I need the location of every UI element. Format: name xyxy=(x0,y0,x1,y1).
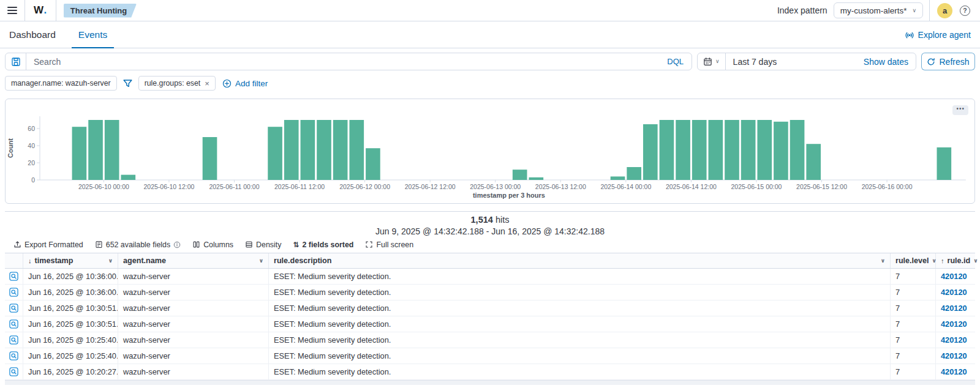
histogram-bar[interactable] xyxy=(301,120,315,180)
saved-query-icon[interactable] xyxy=(6,53,26,70)
chevron-down-icon[interactable]: ∨ xyxy=(259,258,263,264)
breadcrumb[interactable]: Threat Hunting xyxy=(64,4,137,18)
query-language-button[interactable]: DQL xyxy=(659,57,692,66)
expand-document-icon[interactable] xyxy=(9,335,18,345)
index-pattern-label: Index pattern xyxy=(777,6,827,15)
histogram-bar[interactable] xyxy=(284,120,299,180)
expand-document-icon[interactable] xyxy=(9,367,18,376)
histogram-bar[interactable] xyxy=(774,122,788,180)
histogram-bar[interactable] xyxy=(105,120,119,180)
full-screen-button[interactable]: Full screen xyxy=(365,241,413,249)
cell-rule-description: ESET: Medium severity detection. xyxy=(269,269,891,284)
expand-document-icon[interactable] xyxy=(9,272,18,281)
time-range-value[interactable]: Last 7 days xyxy=(726,57,856,67)
histogram-bar[interactable] xyxy=(333,120,348,180)
fields-sorted-button[interactable]: ⇅ 2 fields sorted xyxy=(293,241,353,249)
export-formatted-button[interactable]: Export Formatted xyxy=(13,241,83,249)
hits-count: 1,514 hits xyxy=(5,212,975,225)
histogram-bar[interactable] xyxy=(709,120,723,180)
columns-button[interactable]: Columns xyxy=(192,241,233,249)
table-row: Jun 16, 2025 @ 10:25:40.9...wazuh-server… xyxy=(5,332,975,348)
filter-pill-manager-name[interactable]: manager.name: wazuh-server xyxy=(5,76,117,91)
cell-rule-id: 420120 xyxy=(936,285,975,300)
histogram-bar[interactable] xyxy=(529,177,544,180)
chevron-down-icon[interactable]: ∨ xyxy=(108,258,113,264)
columns-label: Columns xyxy=(203,241,233,249)
cell-rule-description: ESET: Medium severity detection. xyxy=(269,300,891,316)
expand-document-icon[interactable] xyxy=(9,351,18,360)
rule-id-link[interactable]: 420120 xyxy=(941,319,967,329)
histogram-bar[interactable] xyxy=(317,120,331,180)
add-filter-button[interactable]: Add filter xyxy=(222,79,268,88)
chevron-down-icon[interactable]: ∨ xyxy=(973,258,978,264)
filter-pill-rule-groups[interactable]: rule.groups: eset × xyxy=(138,76,216,91)
close-icon[interactable]: × xyxy=(205,80,209,88)
header-timestamp[interactable]: ↓ timestamp ∨ xyxy=(23,253,118,268)
divider xyxy=(56,0,56,21)
rule-id-link[interactable]: 420120 xyxy=(941,272,967,281)
cell-rule-description: ESET: Medium severity detection. xyxy=(269,316,891,332)
fields-sorted-label: 2 fields sorted xyxy=(302,241,353,249)
cell-timestamp: Jun 16, 2025 @ 10:25:40.9... xyxy=(23,348,118,364)
cell-timestamp: Jun 16, 2025 @ 10:20:27.7... xyxy=(23,364,118,379)
rule-id-link[interactable]: 420120 xyxy=(941,367,967,376)
histogram-bar[interactable] xyxy=(88,120,103,180)
expand-document-icon[interactable] xyxy=(9,304,18,313)
histogram-bar[interactable] xyxy=(366,148,380,180)
refresh-button[interactable]: Refresh xyxy=(921,53,975,70)
explore-agent-link[interactable]: Explore agent xyxy=(905,30,971,40)
cell-rule-description: ESET: Medium severity detection. xyxy=(269,285,891,300)
show-dates-button[interactable]: Show dates xyxy=(856,57,916,67)
cell-rule-description: ESET: Medium severity detection. xyxy=(269,332,891,348)
rule-id-link[interactable]: 420120 xyxy=(941,351,967,360)
histogram-bar[interactable] xyxy=(627,167,641,180)
chevron-down-icon[interactable]: ∨ xyxy=(881,258,885,264)
available-fields-button[interactable]: 652 available fields xyxy=(95,241,181,249)
histogram-bar[interactable] xyxy=(676,120,690,180)
histogram-bar[interactable] xyxy=(203,137,217,180)
rule-id-link[interactable]: 420120 xyxy=(941,304,967,313)
density-button[interactable]: Density xyxy=(245,241,281,249)
histogram-bar[interactable] xyxy=(513,170,527,180)
tab-events[interactable]: Events xyxy=(72,21,114,48)
rule-id-link[interactable]: 420120 xyxy=(941,288,967,297)
search-input[interactable] xyxy=(26,57,659,67)
histogram-bar[interactable] xyxy=(268,127,282,180)
info-icon[interactable] xyxy=(173,241,181,248)
full-screen-label: Full screen xyxy=(376,241,413,249)
calendar-button[interactable]: ∨ xyxy=(698,53,726,70)
histogram-bar[interactable] xyxy=(692,120,707,180)
histogram-bar[interactable] xyxy=(121,175,136,180)
header-rule-id[interactable]: ↑ rule.id ∨ xyxy=(936,253,975,268)
header-rule-description[interactable]: rule.description ∨ xyxy=(269,253,891,268)
panel-options-icon[interactable]: ••• xyxy=(952,105,968,115)
histogram-bar[interactable] xyxy=(72,127,87,180)
histogram-bar[interactable] xyxy=(611,176,625,180)
hits-number: 1,514 xyxy=(471,215,493,225)
filter-row: manager.name: wazuh-server rule.groups: … xyxy=(5,75,975,91)
histogram-bar[interactable] xyxy=(349,120,364,180)
avatar[interactable]: a xyxy=(937,3,952,18)
histogram-bar[interactable] xyxy=(660,120,674,180)
index-pattern-select[interactable]: my-custom-alerts* ∨ xyxy=(834,2,923,18)
histogram-bar[interactable] xyxy=(741,120,756,180)
histogram-bar[interactable] xyxy=(757,120,772,180)
table-row: Jun 16, 2025 @ 10:25:40.9...wazuh-server… xyxy=(5,348,975,364)
expand-document-icon[interactable] xyxy=(9,288,18,297)
expand-document-icon[interactable] xyxy=(9,319,18,329)
header-rule-level[interactable]: rule.level ∨ xyxy=(891,253,936,268)
histogram-bar[interactable] xyxy=(790,120,805,180)
filter-manager-icon[interactable] xyxy=(123,78,133,89)
header-agent-name[interactable]: agent.name ∨ xyxy=(118,253,269,268)
tab-dashboard[interactable]: Dashboard xyxy=(9,21,56,48)
rule-id-link[interactable]: 420120 xyxy=(941,335,967,345)
histogram-bar[interactable] xyxy=(937,147,952,180)
hits-time-range: Jun 9, 2025 @ 14:32:42.188 - Jun 16, 202… xyxy=(5,226,975,236)
help-icon[interactable]: ? xyxy=(960,6,970,16)
histogram-bar[interactable] xyxy=(725,120,739,180)
cell-rule-level: 7 xyxy=(891,332,936,348)
histogram-bar[interactable] xyxy=(643,124,658,180)
hamburger-menu-icon[interactable] xyxy=(0,0,24,21)
histogram-bar[interactable] xyxy=(806,144,821,180)
wazuh-logo[interactable]: W. xyxy=(25,4,56,17)
